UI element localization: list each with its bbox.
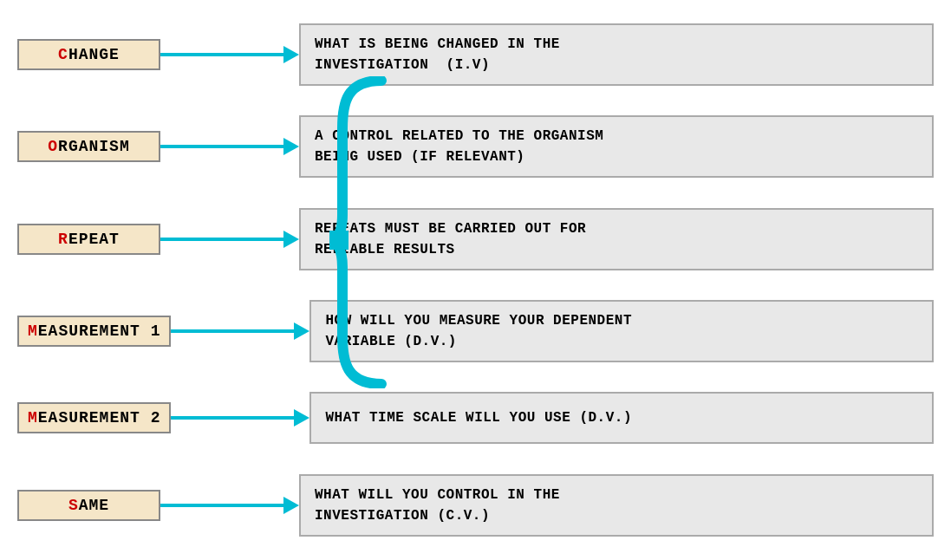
arrow-organism [160, 138, 299, 155]
label-change: CHANGE [17, 39, 160, 70]
label-measurement2: MEASUREMENT 2 [17, 402, 171, 433]
label-measurement1: MEASUREMENT 1 [17, 316, 171, 347]
arrow-head-m2 [294, 409, 309, 427]
first-letter-m1: M [28, 322, 38, 340]
arrow-measurement2 [171, 409, 309, 427]
first-letter-change: C [58, 46, 68, 63]
desc-organism: A CONTROL RELATED TO THE ORGANISMBEING U… [299, 115, 934, 178]
desc-change: WHAT IS BEING CHANGED IN THEINVESTIGATIO… [299, 23, 934, 86]
row-organism: ORGANISM A CONTROL RELATED TO THE ORGANI… [17, 115, 934, 178]
label-organism: ORGANISM [17, 131, 160, 162]
label-rest-m1: EASUREMENT 1 [38, 322, 161, 340]
arrow-line-change [160, 53, 283, 56]
row-change: CHANGE WHAT IS BEING CHANGED IN THEINVES… [17, 23, 934, 86]
row-repeat: REPEAT REPEATS MUST BE CARRIED OUT FORRE… [17, 208, 934, 270]
arrow-line-repeat [160, 238, 283, 241]
arrow-head-change [283, 46, 299, 63]
arrow-line-m2 [171, 416, 294, 420]
first-letter-same: S [68, 497, 79, 514]
arrow-same [160, 497, 299, 514]
label-rest-same: AME [79, 497, 109, 514]
arrow-repeat [160, 231, 299, 248]
arrow-head-organism [283, 138, 299, 155]
arrow-line-m1 [171, 329, 294, 333]
desc-measurement1: HOW WILL YOU MEASURE YOUR DEPENDENTVARIA… [309, 300, 934, 362]
label-rest-repeat: EPEAT [68, 231, 120, 248]
row-measurement2: MEASUREMENT 2 WHAT TIME SCALE WILL YOU U… [17, 392, 934, 444]
arrow-head-repeat [283, 231, 299, 248]
arrow-change [160, 46, 299, 63]
desc-same: WHAT WILL YOU CONTROL IN THEINVESTIGATIO… [299, 474, 934, 537]
label-same: SAME [17, 490, 160, 521]
desc-measurement2: WHAT TIME SCALE WILL YOU USE (D.V.) [309, 392, 934, 444]
label-rest-m2: EASUREMENT 2 [38, 409, 161, 427]
first-letter-repeat: R [58, 231, 68, 248]
label-rest-organism: RGANISM [58, 138, 130, 155]
first-letter-m2: M [28, 409, 38, 427]
label-repeat: REPEAT [17, 224, 160, 255]
arrow-line-same [160, 504, 283, 507]
arrow-head-m1 [294, 322, 309, 340]
main-container: CHANGE WHAT IS BEING CHANGED IN THEINVES… [0, 0, 951, 560]
arrow-head-same [283, 497, 299, 514]
desc-repeat: REPEATS MUST BE CARRIED OUT FORRELIABLE … [299, 208, 934, 270]
row-same: SAME WHAT WILL YOU CONTROL IN THEINVESTI… [17, 474, 934, 537]
row-measurement1: MEASUREMENT 1 HOW WILL YOU MEASURE YOUR … [17, 300, 934, 362]
arrow-measurement1 [171, 322, 309, 340]
label-rest-change: HANGE [68, 46, 120, 63]
first-letter-organism: O [48, 138, 58, 155]
arrow-line-organism [160, 145, 283, 148]
